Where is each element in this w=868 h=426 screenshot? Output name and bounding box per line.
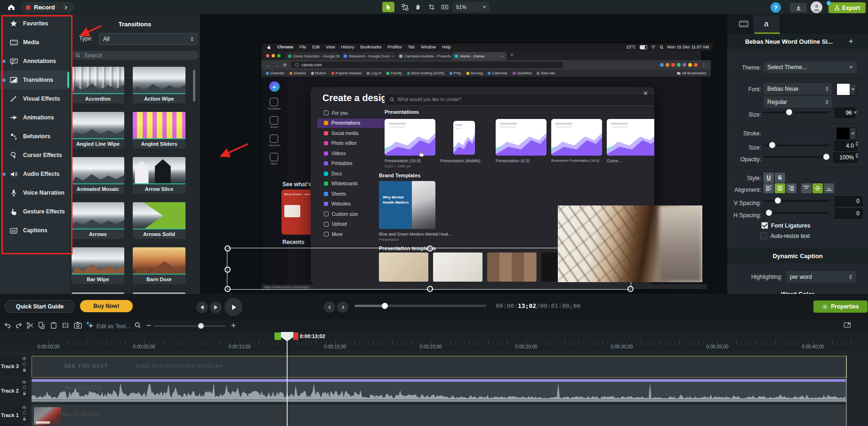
sidebar-item-media[interactable]: Media bbox=[0, 33, 70, 52]
canva-create-button[interactable]: + bbox=[269, 81, 280, 92]
track-loop-icon[interactable] bbox=[22, 385, 27, 390]
playhead-in-handle[interactable] bbox=[274, 332, 281, 340]
text-properties-tab[interactable]: a bbox=[753, 15, 780, 33]
record-button[interactable]: Record bbox=[21, 2, 74, 13]
canvas-area[interactable]: ChromeFileEditViewHistoryBookmarksProfil… bbox=[200, 14, 727, 294]
buy-now-button[interactable]: Buy Now! bbox=[80, 300, 133, 312]
stroke-size-slider[interactable] bbox=[764, 142, 829, 149]
previous-clip-button[interactable] bbox=[324, 301, 335, 313]
template-card-brainstorm-presentation-16-9[interactable] bbox=[551, 119, 602, 156]
back-icon[interactable]: ← bbox=[266, 63, 271, 68]
extension-icon[interactable] bbox=[677, 63, 681, 67]
selection-handle[interactable] bbox=[225, 245, 231, 252]
mac-menu-file[interactable]: File bbox=[299, 45, 306, 49]
transition-card-angled-line-wipe[interactable]: Angled Line Wipe bbox=[72, 112, 124, 149]
track2-audio-clip[interactable]: Rec 12-15-2025 bbox=[32, 379, 846, 402]
canva-rail-brand[interactable]: Brand bbox=[270, 116, 278, 128]
stroke-size-spinner[interactable] bbox=[855, 142, 858, 146]
playhead[interactable] bbox=[281, 332, 293, 341]
url-field[interactable]: canva.com bbox=[290, 62, 563, 68]
timeline-zoom-in-button[interactable] bbox=[231, 323, 236, 328]
sidebar-item-captions[interactable]: CCCaptions bbox=[0, 221, 70, 240]
timeline-scrubber[interactable] bbox=[354, 305, 486, 307]
sidebar-item-cursor-effects[interactable]: Cursor Effects bbox=[0, 146, 70, 165]
template-card-presentation-mobile[interactable] bbox=[453, 121, 475, 155]
track1-video-clip[interactable]: Rec 12-15-2025 bbox=[32, 404, 846, 426]
modal-menu-printables[interactable]: Printables bbox=[317, 159, 394, 168]
extension-icon[interactable] bbox=[671, 63, 675, 67]
selection-handle[interactable] bbox=[627, 286, 634, 292]
transition-card-arrows-solid[interactable]: Arrows Solid bbox=[133, 202, 185, 239]
forward-icon[interactable]: → bbox=[274, 63, 279, 68]
sidebar-item-gesture-effects[interactable]: Gesture Effects bbox=[0, 202, 70, 221]
track-lock-icon[interactable] bbox=[22, 367, 27, 372]
help-button[interactable]: ? bbox=[771, 2, 781, 13]
extension-icon[interactable] bbox=[666, 63, 669, 67]
play-button[interactable] bbox=[225, 298, 242, 316]
transition-card-animated-mosaic[interactable]: Animated Mosaic bbox=[72, 157, 124, 194]
sidebar-item-voice-narration[interactable]: Voice Narration bbox=[0, 183, 70, 202]
bookmark-notion[interactable]: Notion bbox=[311, 71, 326, 75]
tab-close-icon[interactable]: × bbox=[392, 54, 394, 58]
v-spacing-value[interactable]: 0 bbox=[835, 196, 863, 206]
bookmark-new-tab[interactable]: New tab bbox=[537, 71, 555, 75]
split-button[interactable] bbox=[62, 322, 69, 329]
step-forward-button[interactable] bbox=[210, 301, 222, 313]
opacity-spinner[interactable] bbox=[855, 153, 858, 158]
fit-canvas-tool-button[interactable] bbox=[439, 2, 451, 12]
snapshot-button[interactable] bbox=[74, 322, 82, 329]
selection-handle[interactable] bbox=[225, 267, 231, 273]
type-dropdown[interactable]: All bbox=[99, 33, 198, 45]
sidebar-item-annotations[interactable]: Annotations bbox=[0, 52, 70, 71]
strikethrough-button[interactable]: S bbox=[775, 173, 785, 183]
timeline-ruler[interactable]: + 0:00:00;000:00:05;000:00:10;000:00:15;… bbox=[0, 332, 868, 351]
auto-resize-checkbox[interactable] bbox=[760, 232, 767, 239]
modal-menu-for-you[interactable]: For you bbox=[317, 108, 394, 118]
bookmark-log-in[interactable]: Log In bbox=[367, 71, 381, 75]
h-spacing-slider[interactable] bbox=[764, 210, 829, 216]
sidebar-item-audio-effects[interactable]: Audio Effects bbox=[0, 165, 70, 183]
transition-card-angled-sliders[interactable]: Angled Sliders bbox=[133, 112, 185, 149]
selection-handle[interactable] bbox=[225, 286, 231, 292]
edit-as-text-sparkle-icon[interactable] bbox=[86, 322, 94, 330]
mac-menu-window[interactable]: Window bbox=[421, 45, 436, 49]
mac-menu-edit[interactable]: Edit bbox=[313, 45, 320, 49]
template-card-game[interactable] bbox=[607, 119, 654, 156]
track-visibility-icon[interactable] bbox=[22, 405, 27, 410]
all-bookmarks[interactable]: All Bookmarks bbox=[677, 71, 706, 75]
extension-icon[interactable] bbox=[660, 63, 664, 67]
mac-menu-bookmarks[interactable]: Bookmarks bbox=[360, 45, 381, 49]
transitions-scrollbar[interactable] bbox=[193, 70, 195, 102]
template-card-presentation-16-9[interactable] bbox=[385, 119, 435, 156]
search-box[interactable] bbox=[72, 51, 199, 60]
paste-button[interactable] bbox=[50, 322, 57, 329]
scrubber-thumb[interactable] bbox=[382, 303, 388, 309]
media-properties-tab[interactable] bbox=[732, 15, 755, 33]
window-controls[interactable] bbox=[266, 54, 281, 57]
bookmark-shared[interactable]: Shared bbox=[289, 71, 306, 75]
timeline-zoom-out-button[interactable] bbox=[146, 323, 152, 328]
timeline-zoom-thumb[interactable] bbox=[198, 323, 204, 329]
browser-tab-dress-selection-google-sh[interactable]: Dress Selection - Google Sh...× bbox=[285, 52, 340, 60]
webcam-overlay-clip[interactable] bbox=[558, 205, 702, 282]
font-size-slider[interactable] bbox=[764, 109, 829, 116]
undo-button[interactable] bbox=[4, 322, 11, 329]
avatar[interactable] bbox=[811, 1, 822, 13]
download-button[interactable] bbox=[790, 3, 807, 13]
crop-tool-button[interactable] bbox=[426, 2, 438, 12]
align-top-button[interactable] bbox=[801, 183, 812, 193]
modal-menu-presentations[interactable]: Presentations bbox=[317, 118, 394, 128]
extension-icons[interactable] bbox=[660, 63, 698, 67]
close-icon[interactable]: ✕ bbox=[643, 90, 648, 97]
cut-button[interactable] bbox=[26, 322, 34, 329]
theme-dropdown[interactable]: Select Theme... bbox=[764, 62, 857, 73]
font-weight-stepper[interactable]: Regular bbox=[764, 96, 832, 108]
canvas-zoom-dropdown[interactable]: 51% bbox=[453, 2, 490, 12]
font-family-stepper[interactable]: Bebas Neue bbox=[764, 83, 832, 95]
bookmark-feedly[interactable]: Feedly bbox=[386, 71, 402, 75]
bookmark-prity[interactable]: Prity bbox=[450, 71, 461, 75]
align-center-button[interactable] bbox=[775, 183, 785, 193]
browser-tab-home-canva[interactable]: Home - Canva× bbox=[452, 52, 506, 60]
bookmark-upskillist[interactable]: Upskillist bbox=[513, 71, 532, 75]
canva-rail-canva-ai[interactable]: Canva AI bbox=[268, 134, 280, 147]
